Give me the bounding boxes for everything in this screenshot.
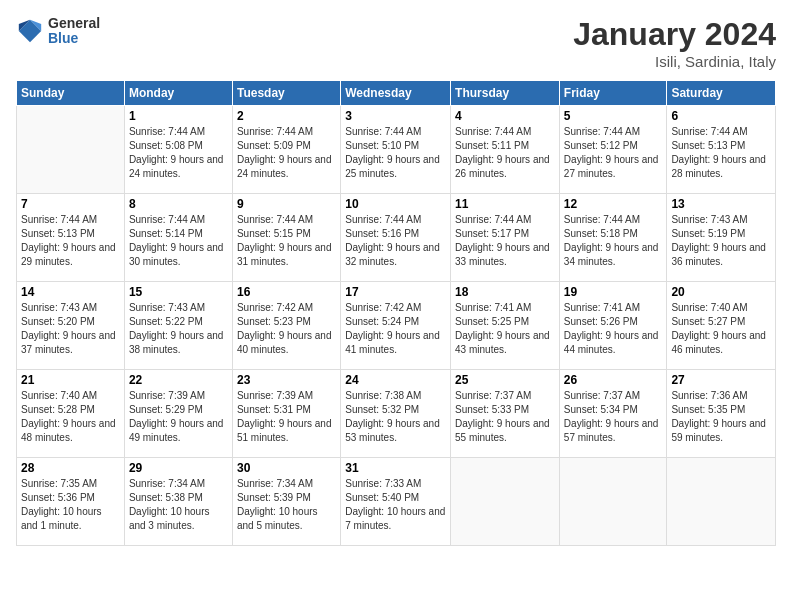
day-number: 13: [671, 197, 771, 211]
day-info: Sunrise: 7:40 AMSunset: 5:27 PMDaylight:…: [671, 301, 771, 357]
calendar-header-row: SundayMondayTuesdayWednesdayThursdayFrid…: [17, 81, 776, 106]
day-number: 21: [21, 373, 120, 387]
logo: General Blue: [16, 16, 100, 47]
day-info: Sunrise: 7:42 AMSunset: 5:23 PMDaylight:…: [237, 301, 336, 357]
calendar-cell: 17Sunrise: 7:42 AMSunset: 5:24 PMDayligh…: [341, 282, 451, 370]
day-info: Sunrise: 7:39 AMSunset: 5:29 PMDaylight:…: [129, 389, 228, 445]
day-info: Sunrise: 7:38 AMSunset: 5:32 PMDaylight:…: [345, 389, 446, 445]
day-info: Sunrise: 7:44 AMSunset: 5:11 PMDaylight:…: [455, 125, 555, 181]
calendar-cell: 25Sunrise: 7:37 AMSunset: 5:33 PMDayligh…: [451, 370, 560, 458]
calendar-cell: 2Sunrise: 7:44 AMSunset: 5:09 PMDaylight…: [232, 106, 340, 194]
logo-blue: Blue: [48, 31, 100, 46]
day-number: 25: [455, 373, 555, 387]
day-number: 6: [671, 109, 771, 123]
calendar-cell: 23Sunrise: 7:39 AMSunset: 5:31 PMDayligh…: [232, 370, 340, 458]
day-number: 30: [237, 461, 336, 475]
day-number: 26: [564, 373, 663, 387]
day-number: 1: [129, 109, 228, 123]
day-info: Sunrise: 7:43 AMSunset: 5:20 PMDaylight:…: [21, 301, 120, 357]
day-info: Sunrise: 7:41 AMSunset: 5:26 PMDaylight:…: [564, 301, 663, 357]
calendar-cell: 18Sunrise: 7:41 AMSunset: 5:25 PMDayligh…: [451, 282, 560, 370]
day-number: 7: [21, 197, 120, 211]
day-info: Sunrise: 7:34 AMSunset: 5:39 PMDaylight:…: [237, 477, 336, 533]
calendar-cell: 8Sunrise: 7:44 AMSunset: 5:14 PMDaylight…: [124, 194, 232, 282]
calendar-cell: [667, 458, 776, 546]
calendar-week-row: 1Sunrise: 7:44 AMSunset: 5:08 PMDaylight…: [17, 106, 776, 194]
calendar-cell: 5Sunrise: 7:44 AMSunset: 5:12 PMDaylight…: [559, 106, 667, 194]
calendar-day-header: Wednesday: [341, 81, 451, 106]
day-number: 27: [671, 373, 771, 387]
calendar-cell: [451, 458, 560, 546]
day-info: Sunrise: 7:44 AMSunset: 5:09 PMDaylight:…: [237, 125, 336, 181]
calendar-table: SundayMondayTuesdayWednesdayThursdayFrid…: [16, 80, 776, 546]
calendar-cell: [17, 106, 125, 194]
day-number: 3: [345, 109, 446, 123]
day-number: 28: [21, 461, 120, 475]
day-info: Sunrise: 7:44 AMSunset: 5:13 PMDaylight:…: [671, 125, 771, 181]
day-number: 15: [129, 285, 228, 299]
calendar-cell: 30Sunrise: 7:34 AMSunset: 5:39 PMDayligh…: [232, 458, 340, 546]
calendar-cell: 3Sunrise: 7:44 AMSunset: 5:10 PMDaylight…: [341, 106, 451, 194]
day-info: Sunrise: 7:44 AMSunset: 5:10 PMDaylight:…: [345, 125, 446, 181]
day-info: Sunrise: 7:44 AMSunset: 5:17 PMDaylight:…: [455, 213, 555, 269]
calendar-cell: [559, 458, 667, 546]
calendar-day-header: Sunday: [17, 81, 125, 106]
day-number: 9: [237, 197, 336, 211]
calendar-day-header: Friday: [559, 81, 667, 106]
day-info: Sunrise: 7:34 AMSunset: 5:38 PMDaylight:…: [129, 477, 228, 533]
day-info: Sunrise: 7:36 AMSunset: 5:35 PMDaylight:…: [671, 389, 771, 445]
day-number: 17: [345, 285, 446, 299]
month-title: January 2024: [573, 16, 776, 53]
day-number: 22: [129, 373, 228, 387]
day-number: 10: [345, 197, 446, 211]
day-number: 5: [564, 109, 663, 123]
calendar-cell: 1Sunrise: 7:44 AMSunset: 5:08 PMDaylight…: [124, 106, 232, 194]
calendar-day-header: Saturday: [667, 81, 776, 106]
day-info: Sunrise: 7:44 AMSunset: 5:16 PMDaylight:…: [345, 213, 446, 269]
calendar-cell: 13Sunrise: 7:43 AMSunset: 5:19 PMDayligh…: [667, 194, 776, 282]
logo-icon: [16, 17, 44, 45]
day-number: 18: [455, 285, 555, 299]
calendar-day-header: Thursday: [451, 81, 560, 106]
header: General Blue January 2024 Isili, Sardini…: [16, 16, 776, 70]
calendar-cell: 19Sunrise: 7:41 AMSunset: 5:26 PMDayligh…: [559, 282, 667, 370]
day-info: Sunrise: 7:40 AMSunset: 5:28 PMDaylight:…: [21, 389, 120, 445]
calendar-day-header: Tuesday: [232, 81, 340, 106]
day-info: Sunrise: 7:44 AMSunset: 5:13 PMDaylight:…: [21, 213, 120, 269]
calendar-cell: 28Sunrise: 7:35 AMSunset: 5:36 PMDayligh…: [17, 458, 125, 546]
day-number: 31: [345, 461, 446, 475]
calendar-cell: 11Sunrise: 7:44 AMSunset: 5:17 PMDayligh…: [451, 194, 560, 282]
day-number: 14: [21, 285, 120, 299]
day-number: 16: [237, 285, 336, 299]
day-info: Sunrise: 7:44 AMSunset: 5:08 PMDaylight:…: [129, 125, 228, 181]
calendar-cell: 21Sunrise: 7:40 AMSunset: 5:28 PMDayligh…: [17, 370, 125, 458]
calendar-cell: 6Sunrise: 7:44 AMSunset: 5:13 PMDaylight…: [667, 106, 776, 194]
day-number: 29: [129, 461, 228, 475]
day-info: Sunrise: 7:33 AMSunset: 5:40 PMDaylight:…: [345, 477, 446, 533]
day-number: 4: [455, 109, 555, 123]
calendar-cell: 31Sunrise: 7:33 AMSunset: 5:40 PMDayligh…: [341, 458, 451, 546]
logo-general: General: [48, 16, 100, 31]
day-info: Sunrise: 7:44 AMSunset: 5:12 PMDaylight:…: [564, 125, 663, 181]
calendar-cell: 22Sunrise: 7:39 AMSunset: 5:29 PMDayligh…: [124, 370, 232, 458]
day-info: Sunrise: 7:39 AMSunset: 5:31 PMDaylight:…: [237, 389, 336, 445]
day-number: 23: [237, 373, 336, 387]
calendar-cell: 20Sunrise: 7:40 AMSunset: 5:27 PMDayligh…: [667, 282, 776, 370]
day-info: Sunrise: 7:35 AMSunset: 5:36 PMDaylight:…: [21, 477, 120, 533]
calendar-cell: 12Sunrise: 7:44 AMSunset: 5:18 PMDayligh…: [559, 194, 667, 282]
location: Isili, Sardinia, Italy: [573, 53, 776, 70]
day-info: Sunrise: 7:37 AMSunset: 5:34 PMDaylight:…: [564, 389, 663, 445]
day-info: Sunrise: 7:44 AMSunset: 5:15 PMDaylight:…: [237, 213, 336, 269]
calendar-day-header: Monday: [124, 81, 232, 106]
calendar-cell: 24Sunrise: 7:38 AMSunset: 5:32 PMDayligh…: [341, 370, 451, 458]
day-number: 12: [564, 197, 663, 211]
calendar-week-row: 14Sunrise: 7:43 AMSunset: 5:20 PMDayligh…: [17, 282, 776, 370]
day-number: 8: [129, 197, 228, 211]
calendar-cell: 9Sunrise: 7:44 AMSunset: 5:15 PMDaylight…: [232, 194, 340, 282]
calendar-cell: 4Sunrise: 7:44 AMSunset: 5:11 PMDaylight…: [451, 106, 560, 194]
calendar-cell: 10Sunrise: 7:44 AMSunset: 5:16 PMDayligh…: [341, 194, 451, 282]
day-number: 11: [455, 197, 555, 211]
day-number: 24: [345, 373, 446, 387]
day-info: Sunrise: 7:37 AMSunset: 5:33 PMDaylight:…: [455, 389, 555, 445]
day-info: Sunrise: 7:43 AMSunset: 5:19 PMDaylight:…: [671, 213, 771, 269]
